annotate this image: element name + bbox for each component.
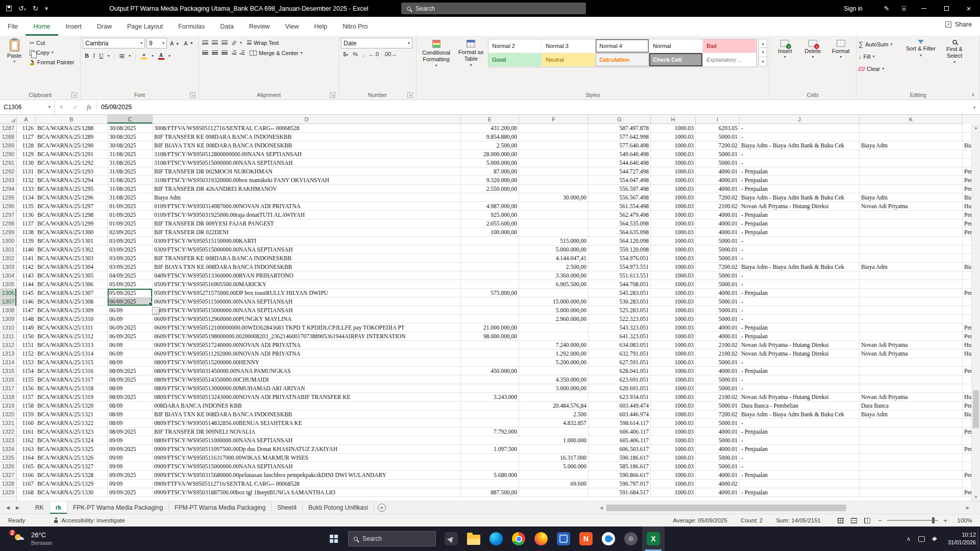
row-header-1329[interactable]: 1329 (0, 488, 17, 497)
cell-d-1307[interactable]: 0609/FTSCY/WS950511500000.00NANA SEPTIAN… (153, 297, 461, 306)
cell-c-1300[interactable]: 03/09/2025 (108, 237, 153, 245)
cell-j-1294[interactable]: - Penjualan (740, 185, 860, 193)
cell-j-1287[interactable]: - (740, 124, 860, 133)
accounting-format-button[interactable]: $▾ (343, 51, 348, 57)
cell-b-1291[interactable]: BCA/WARNA/25/1292 (36, 159, 108, 167)
cell-h-1299[interactable]: 1000.03 (651, 228, 696, 237)
cell-a-1327[interactable]: 1166 (17, 471, 36, 480)
cell-style-normal[interactable]: Normal (649, 39, 703, 53)
cell-e-1328[interactable] (461, 480, 519, 488)
cell-k-1295[interactable]: Biaya Adm (860, 193, 963, 202)
cell-g-1311[interactable]: 641.323.051 (589, 332, 651, 341)
cell-f-1300[interactable]: 515.000,00 (519, 237, 589, 245)
cell-k-1296[interactable]: Novan Adi Priyatna (860, 202, 963, 211)
cell-h-1290[interactable]: 1000.03 (651, 150, 696, 159)
cell-i-1318[interactable]: 2100.02 (696, 393, 740, 402)
cell-h-1321[interactable]: 1000.03 (651, 419, 696, 428)
row-header-1311[interactable]: 1311 (0, 332, 17, 341)
cell-d-1289[interactable]: BIF BIAYA TXN KE 008DARA BANCA INDONESKB… (153, 141, 461, 150)
cell-c-1288[interactable]: 30/08/2025 (108, 133, 153, 141)
row-header-1321[interactable]: 1321 (0, 419, 17, 428)
cut-button[interactable]: ✂Cut (28, 39, 76, 46)
cell-b-1290[interactable]: BCA/WARNA/25/1291 (36, 150, 108, 159)
cell-k-1287[interactable] (860, 124, 963, 133)
cell-e-1313[interactable] (461, 349, 519, 358)
cell-c-1329[interactable]: 09/09/2025 (108, 488, 153, 497)
cell-h-1298[interactable]: 1000.03 (651, 219, 696, 228)
sheet-tab-fpm-pt-warna-media-packaging[interactable]: FPM-PT Warna Media Packaging (169, 502, 272, 514)
cell-h-1304[interactable]: 1000.03 (651, 271, 696, 280)
cell-h-1315[interactable]: 1000.03 (651, 367, 696, 375)
cell-a-1304[interactable]: 1143 (17, 271, 36, 280)
dialog-launcher-icon[interactable]: ↘ (407, 92, 413, 98)
cell-c-1296[interactable]: 01/09/2025 (108, 202, 153, 211)
fill-button[interactable]: ↓Fill▾ (859, 52, 903, 61)
cell-j-1327[interactable]: - Penjualan (740, 471, 860, 480)
cell-e-1315[interactable]: 450.000,00 (461, 367, 519, 375)
cell-k-1326[interactable] (860, 462, 963, 471)
cell-d-1299[interactable]: BIF TRANSFER DR 022DENI (153, 228, 461, 237)
row-header-1294[interactable]: 1294 (0, 185, 17, 193)
cell-h-1326[interactable]: 1000.03 (651, 462, 696, 471)
cell-c-1315[interactable]: 08/09/2025 (108, 367, 153, 375)
cell-a-1319[interactable]: 1158 (17, 402, 36, 410)
cell-a-1291[interactable]: 1130 (17, 159, 36, 167)
cell-i-1325[interactable]: 5000.01 (696, 454, 740, 462)
cell-d-1290[interactable]: 3108/FTSCY/WS950512800000000.00NANA SEPT… (153, 150, 461, 159)
cell-j-1298[interactable]: - Penjualan (740, 219, 860, 228)
cell-a-1315[interactable]: 1154 (17, 367, 36, 375)
cell-f-1324[interactable] (519, 445, 589, 454)
cell-b-1323[interactable]: BCA/WARNA/25/1324 (36, 436, 108, 445)
ribbon-tab-help[interactable]: Help (307, 17, 335, 36)
cell-f-1295[interactable]: 30.000,00 (519, 193, 589, 202)
cell-f-1303[interactable]: 2.500,00 (519, 263, 589, 271)
cell-i-1324[interactable]: 4000.01 (696, 445, 740, 454)
cell-a-1324[interactable]: 1163 (17, 445, 36, 454)
row-header-1316[interactable]: 1316 (0, 375, 17, 384)
cell-i-1320[interactable]: 7200.02 (696, 410, 740, 419)
cell-h-1312[interactable]: 1000.03 (651, 341, 696, 349)
align-top-icon[interactable] (202, 40, 208, 45)
ribbon-tab-nitro-pro[interactable]: Nitro Pro (335, 17, 375, 36)
taskbar-search-box[interactable]: Search (348, 531, 436, 546)
cell-b-1326[interactable]: BCA/WARNA/25/1327 (36, 462, 108, 471)
row-header-1302[interactable]: 1302 (0, 254, 17, 263)
cell-i-1309[interactable]: 5000.01 (696, 315, 740, 323)
horizontal-scrollbar-thumb[interactable] (606, 505, 846, 511)
cell-e-1307[interactable] (461, 297, 519, 306)
cell-d-1327[interactable]: 0909/FTSCY/WS950315680000.00pelunasan lu… (153, 471, 461, 480)
fill-color-button[interactable] (140, 53, 148, 59)
cell-g-1321[interactable]: 598.614.117 (589, 419, 651, 428)
cell-e-1303[interactable] (461, 263, 519, 271)
ribbon-tab-insert[interactable]: Insert (58, 17, 89, 36)
column-header-b[interactable]: B (36, 115, 108, 124)
cell-j-1319[interactable]: Dara Banca - Pembelian (740, 402, 860, 410)
zoom-slider-thumb[interactable] (932, 517, 935, 523)
cell-c-1313[interactable]: 06/09 (108, 349, 153, 358)
cell-e-1318[interactable]: 3.243.000 (461, 393, 519, 402)
cell-g-1324[interactable]: 606.503.617 (589, 445, 651, 454)
ribbon-tab-home[interactable]: Home (26, 17, 58, 36)
cell-g-1316[interactable]: 623.691.051 (589, 375, 651, 384)
cell-a-1318[interactable]: 1157 (17, 393, 36, 402)
cell-c-1325[interactable]: 09/09 (108, 454, 153, 462)
clear-button[interactable]: Clear▾ (859, 64, 903, 73)
cell-h-1295[interactable]: 1000.03 (651, 193, 696, 202)
cell-c-1304[interactable]: 04/09/2025 (108, 271, 153, 280)
cell-e-1287[interactable]: 431.200,00 (461, 124, 519, 133)
cell-k-1306[interactable] (860, 289, 963, 297)
cell-c-1298[interactable]: 01/09/2025 (108, 219, 153, 228)
cell-d-1320[interactable]: BIF BIAYA TXN KE 008DARA BANCA INDONESKB… (153, 410, 461, 419)
cell-j-1288[interactable]: - (740, 133, 860, 141)
cell-b-1298[interactable]: BCA/WARNA/25/1299 (36, 219, 108, 228)
page-layout-view-button[interactable] (847, 514, 861, 527)
cell-e-1295[interactable] (461, 193, 519, 202)
cell-f-1296[interactable] (519, 202, 589, 211)
cell-e-1309[interactable] (461, 315, 519, 323)
cell-c-1291[interactable]: 31/08/2025 (108, 159, 153, 167)
cell-j-1321[interactable]: - (740, 419, 860, 428)
cell-k-1293[interactable] (860, 176, 963, 185)
cell-i-1288[interactable]: 5000.01 (696, 133, 740, 141)
percent-style-button[interactable]: % (353, 51, 358, 57)
cell-h-1287[interactable]: 1000.03 (651, 124, 696, 133)
